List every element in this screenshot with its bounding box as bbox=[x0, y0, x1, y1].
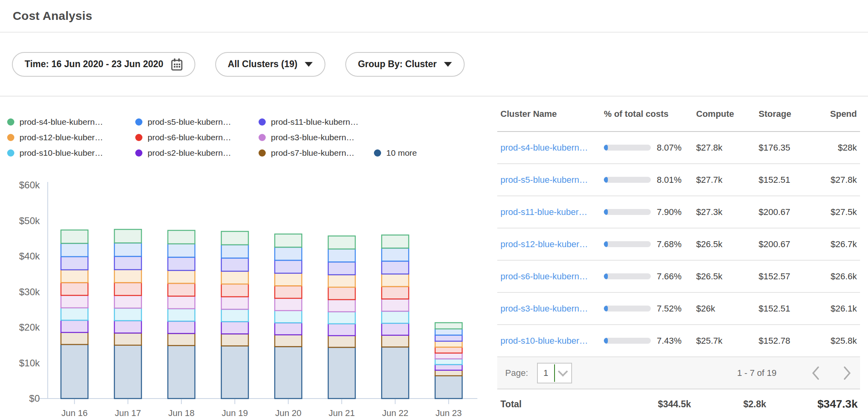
bar-segment[interactable] bbox=[61, 320, 88, 333]
column-header-compute[interactable]: Compute bbox=[696, 109, 759, 119]
bar-segment[interactable] bbox=[381, 323, 409, 335]
bar-segment[interactable] bbox=[275, 311, 302, 323]
column-header-pct-total-costs[interactable]: % of total costs bbox=[604, 109, 696, 119]
cluster-name-link[interactable]: prod-s11-blue-kuber… bbox=[497, 207, 604, 217]
cluster-name-link[interactable]: prod-s5-blue-kubern… bbox=[497, 175, 604, 185]
legend-item[interactable]: prod-s3-blue-kubern… bbox=[259, 133, 374, 142]
bar-segment[interactable] bbox=[168, 244, 195, 257]
bar-segment[interactable] bbox=[115, 333, 142, 345]
bar-segment[interactable] bbox=[61, 230, 88, 244]
bar-segment[interactable] bbox=[381, 299, 409, 311]
bar-segment[interactable] bbox=[168, 333, 195, 345]
bar-segment[interactable] bbox=[61, 344, 88, 399]
bar-segment[interactable] bbox=[328, 312, 355, 324]
bar-segment[interactable] bbox=[115, 308, 142, 321]
bar-segment[interactable] bbox=[381, 286, 409, 299]
bar-segment[interactable] bbox=[221, 245, 248, 258]
bar-segment[interactable] bbox=[115, 321, 142, 333]
bar-segment[interactable] bbox=[61, 295, 88, 308]
bar-segment[interactable] bbox=[115, 243, 142, 256]
bar-segment[interactable] bbox=[115, 256, 142, 269]
bar-segment[interactable] bbox=[61, 257, 88, 270]
bar-segment[interactable] bbox=[221, 297, 248, 310]
bar-segment[interactable] bbox=[435, 359, 462, 364]
bar-segment[interactable] bbox=[168, 309, 195, 321]
bar-segment[interactable] bbox=[61, 243, 88, 256]
page-select[interactable]: 1 bbox=[537, 363, 572, 383]
bar-segment[interactable] bbox=[328, 275, 355, 287]
bar-segment[interactable] bbox=[435, 347, 462, 353]
cluster-name-link[interactable]: prod-s4-blue-kubern… bbox=[497, 143, 604, 153]
legend-item[interactable]: 10 more bbox=[374, 148, 417, 158]
prev-page-button[interactable] bbox=[808, 365, 823, 381]
bar-segment[interactable] bbox=[221, 309, 248, 321]
legend-item[interactable]: prod-s6-blue-kubern… bbox=[135, 133, 259, 142]
cluster-name-link[interactable]: prod-s10-blue-kuber… bbox=[497, 336, 604, 346]
bar-segment[interactable] bbox=[221, 231, 248, 245]
column-header-cluster-name[interactable]: Cluster Name bbox=[497, 109, 604, 119]
bar-segment[interactable] bbox=[61, 308, 88, 320]
bar-segment[interactable] bbox=[435, 353, 462, 359]
bar-segment[interactable] bbox=[221, 284, 248, 297]
bar-segment[interactable] bbox=[61, 270, 88, 283]
bar-segment[interactable] bbox=[328, 336, 355, 347]
legend-item[interactable]: prod-s4-blue-kubern… bbox=[7, 117, 135, 127]
time-range-filter[interactable]: Time: 16 Jun 2020 - 23 Jun 2020 bbox=[12, 52, 195, 77]
bar-segment[interactable] bbox=[115, 296, 142, 308]
bar-segment[interactable] bbox=[115, 229, 142, 243]
bar-segment[interactable] bbox=[435, 376, 462, 399]
bar-segment[interactable] bbox=[381, 261, 409, 274]
bar-segment[interactable] bbox=[221, 334, 248, 346]
bar-segment[interactable] bbox=[275, 323, 302, 335]
bar-segment[interactable] bbox=[435, 335, 462, 341]
bar-segment[interactable] bbox=[381, 274, 409, 287]
legend-item[interactable]: prod-s7-blue-kubern… bbox=[259, 148, 374, 158]
bar-segment[interactable] bbox=[381, 347, 409, 399]
cluster-name-link[interactable]: prod-s12-blue-kuber… bbox=[497, 239, 604, 250]
bar-segment[interactable] bbox=[275, 335, 302, 347]
legend-item[interactable]: prod-s12-blue-kuber… bbox=[7, 133, 135, 142]
bar-segment[interactable] bbox=[168, 283, 195, 296]
legend-item[interactable]: prod-s5-blue-kubern… bbox=[135, 117, 259, 127]
bar-segment[interactable] bbox=[328, 300, 355, 312]
clusters-filter-dropdown[interactable]: All Clusters (19) bbox=[215, 52, 325, 77]
bar-segment[interactable] bbox=[328, 287, 355, 300]
cluster-name-link[interactable]: prod-s6-blue-kubern… bbox=[497, 271, 604, 282]
bar-segment[interactable] bbox=[381, 335, 409, 347]
bar-segment[interactable] bbox=[328, 249, 355, 262]
bar-segment[interactable] bbox=[275, 234, 302, 247]
bar-segment[interactable] bbox=[221, 346, 248, 399]
bar-segment[interactable] bbox=[435, 341, 462, 347]
group-by-dropdown[interactable]: Group By: Cluster bbox=[345, 52, 465, 77]
cost-bar-chart[interactable]: $0$10k$20k$30k$40k$50k$60kJun 16Jun 17Ju… bbox=[0, 165, 485, 417]
bar-segment[interactable] bbox=[435, 323, 462, 329]
legend-item[interactable]: prod-s2-blue-kubern… bbox=[135, 148, 259, 158]
cluster-name-link[interactable]: prod-s3-blue-kubern… bbox=[497, 304, 604, 314]
bar-segment[interactable] bbox=[115, 283, 142, 295]
bar-segment[interactable] bbox=[435, 370, 462, 376]
bar-segment[interactable] bbox=[168, 271, 195, 283]
bar-segment[interactable] bbox=[328, 262, 355, 275]
bar-segment[interactable] bbox=[61, 283, 88, 295]
bar-segment[interactable] bbox=[275, 286, 302, 298]
bar-segment[interactable] bbox=[275, 298, 302, 311]
bar-segment[interactable] bbox=[221, 271, 248, 284]
bar-segment[interactable] bbox=[168, 296, 195, 309]
column-header-spend[interactable]: Spend bbox=[824, 109, 860, 119]
bar-segment[interactable] bbox=[115, 270, 142, 283]
bar-segment[interactable] bbox=[61, 333, 88, 344]
bar-segment[interactable] bbox=[435, 329, 462, 335]
bar-segment[interactable] bbox=[328, 347, 355, 399]
bar-segment[interactable] bbox=[221, 322, 248, 334]
bar-segment[interactable] bbox=[168, 321, 195, 333]
bar-segment[interactable] bbox=[381, 248, 409, 261]
legend-item[interactable]: prod-s11-blue-kubern… bbox=[259, 117, 374, 127]
column-header-storage[interactable]: Storage bbox=[759, 109, 824, 119]
legend-item[interactable]: prod-s10-blue-kuber… bbox=[7, 148, 135, 158]
bar-segment[interactable] bbox=[328, 236, 355, 249]
bar-segment[interactable] bbox=[275, 247, 302, 260]
bar-segment[interactable] bbox=[381, 235, 409, 248]
bar-segment[interactable] bbox=[275, 273, 302, 286]
bar-segment[interactable] bbox=[435, 365, 462, 370]
bar-segment[interactable] bbox=[221, 258, 248, 271]
